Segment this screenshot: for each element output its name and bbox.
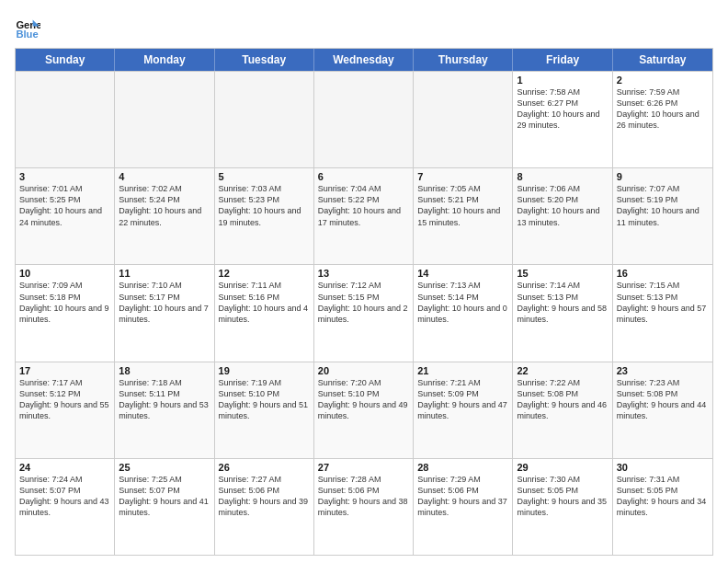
day-info: Sunrise: 7:25 AMSunset: 5:07 PMDaylight:… xyxy=(119,474,210,519)
day-number: 8 xyxy=(517,171,608,182)
day-cell-23: 23Sunrise: 7:23 AMSunset: 5:08 PMDayligh… xyxy=(613,362,712,458)
day-number: 11 xyxy=(119,268,210,279)
day-info: Sunrise: 7:58 AMSunset: 6:27 PMDaylight:… xyxy=(517,86,608,132)
day-number: 12 xyxy=(219,268,310,279)
day-info: Sunrise: 7:07 AMSunset: 5:19 PMDaylight:… xyxy=(617,183,709,228)
empty-cell-0-0 xyxy=(16,72,115,167)
day-number: 5 xyxy=(219,171,310,182)
day-number: 27 xyxy=(318,462,409,473)
day-number: 21 xyxy=(417,365,508,376)
day-of-week-wednesday: Wednesday xyxy=(314,49,414,71)
day-cell-7: 7Sunrise: 7:05 AMSunset: 5:21 PMDaylight… xyxy=(414,168,513,264)
day-cell-2: 2Sunrise: 7:59 AMSunset: 6:26 PMDaylight… xyxy=(613,72,712,167)
day-info: Sunrise: 7:06 AMSunset: 5:20 PMDaylight:… xyxy=(517,183,608,228)
day-of-week-sunday: Sunday xyxy=(16,49,115,71)
day-cell-27: 27Sunrise: 7:28 AMSunset: 5:06 PMDayligh… xyxy=(314,459,414,555)
day-info: Sunrise: 7:29 AMSunset: 5:06 PMDaylight:… xyxy=(417,474,508,519)
day-cell-20: 20Sunrise: 7:20 AMSunset: 5:10 PMDayligh… xyxy=(314,362,414,458)
day-info: Sunrise: 7:03 AMSunset: 5:23 PMDaylight:… xyxy=(219,183,310,228)
header: General Blue xyxy=(15,15,713,40)
day-number: 29 xyxy=(517,462,608,473)
day-info: Sunrise: 7:28 AMSunset: 5:06 PMDaylight:… xyxy=(318,474,409,519)
day-number: 6 xyxy=(318,171,409,182)
day-cell-1: 1Sunrise: 7:58 AMSunset: 6:27 PMDaylight… xyxy=(513,72,612,167)
empty-cell-0-2 xyxy=(215,72,314,167)
calendar-body: 1Sunrise: 7:58 AMSunset: 6:27 PMDaylight… xyxy=(16,71,712,555)
day-number: 20 xyxy=(318,365,409,376)
day-cell-19: 19Sunrise: 7:19 AMSunset: 5:10 PMDayligh… xyxy=(215,362,314,458)
day-of-week-tuesday: Tuesday xyxy=(215,49,314,71)
day-info: Sunrise: 7:21 AMSunset: 5:09 PMDaylight:… xyxy=(417,377,508,422)
day-cell-5: 5Sunrise: 7:03 AMSunset: 5:23 PMDaylight… xyxy=(215,168,314,264)
day-cell-22: 22Sunrise: 7:22 AMSunset: 5:08 PMDayligh… xyxy=(513,362,612,458)
day-info: Sunrise: 7:22 AMSunset: 5:08 PMDaylight:… xyxy=(517,377,608,422)
day-info: Sunrise: 7:10 AMSunset: 5:17 PMDaylight:… xyxy=(119,280,210,325)
day-number: 1 xyxy=(517,75,608,86)
day-cell-21: 21Sunrise: 7:21 AMSunset: 5:09 PMDayligh… xyxy=(414,362,513,458)
day-cell-15: 15Sunrise: 7:14 AMSunset: 5:13 PMDayligh… xyxy=(513,265,612,361)
day-number: 7 xyxy=(417,171,508,182)
day-info: Sunrise: 7:15 AMSunset: 5:13 PMDaylight:… xyxy=(617,280,709,325)
day-number: 22 xyxy=(517,365,608,376)
day-info: Sunrise: 7:59 AMSunset: 6:26 PMDaylight:… xyxy=(617,86,709,132)
day-cell-17: 17Sunrise: 7:17 AMSunset: 5:12 PMDayligh… xyxy=(16,362,115,458)
day-cell-14: 14Sunrise: 7:13 AMSunset: 5:14 PMDayligh… xyxy=(414,265,513,361)
day-cell-13: 13Sunrise: 7:12 AMSunset: 5:15 PMDayligh… xyxy=(314,265,414,361)
day-cell-11: 11Sunrise: 7:10 AMSunset: 5:17 PMDayligh… xyxy=(115,265,214,361)
day-info: Sunrise: 7:20 AMSunset: 5:10 PMDaylight:… xyxy=(318,377,409,422)
day-number: 9 xyxy=(617,171,709,182)
day-cell-4: 4Sunrise: 7:02 AMSunset: 5:24 PMDaylight… xyxy=(115,168,214,264)
day-number: 23 xyxy=(617,365,709,376)
cal-row-4: 24Sunrise: 7:24 AMSunset: 5:07 PMDayligh… xyxy=(16,458,712,555)
page: General Blue SundayMondayTuesdayWednesda… xyxy=(0,0,728,563)
day-number: 28 xyxy=(417,462,508,473)
day-number: 24 xyxy=(19,462,110,473)
cal-row-1: 3Sunrise: 7:01 AMSunset: 5:25 PMDaylight… xyxy=(16,167,712,264)
calendar-header: SundayMondayTuesdayWednesdayThursdayFrid… xyxy=(16,49,712,71)
day-info: Sunrise: 7:11 AMSunset: 5:16 PMDaylight:… xyxy=(219,280,310,325)
day-info: Sunrise: 7:17 AMSunset: 5:12 PMDaylight:… xyxy=(19,377,110,422)
day-cell-25: 25Sunrise: 7:25 AMSunset: 5:07 PMDayligh… xyxy=(115,459,214,555)
empty-cell-0-1 xyxy=(115,72,214,167)
day-number: 18 xyxy=(119,365,210,376)
day-cell-3: 3Sunrise: 7:01 AMSunset: 5:25 PMDaylight… xyxy=(16,168,115,264)
day-cell-10: 10Sunrise: 7:09 AMSunset: 5:18 PMDayligh… xyxy=(16,265,115,361)
day-number: 13 xyxy=(318,268,409,279)
day-number: 3 xyxy=(19,171,110,182)
day-info: Sunrise: 7:05 AMSunset: 5:21 PMDaylight:… xyxy=(417,183,508,228)
svg-text:Blue: Blue xyxy=(16,29,38,40)
empty-cell-0-3 xyxy=(314,72,414,167)
day-number: 14 xyxy=(417,268,508,279)
day-cell-12: 12Sunrise: 7:11 AMSunset: 5:16 PMDayligh… xyxy=(215,265,314,361)
day-info: Sunrise: 7:09 AMSunset: 5:18 PMDaylight:… xyxy=(19,280,110,325)
day-info: Sunrise: 7:04 AMSunset: 5:22 PMDaylight:… xyxy=(318,183,409,228)
day-info: Sunrise: 7:13 AMSunset: 5:14 PMDaylight:… xyxy=(417,280,508,325)
day-of-week-saturday: Saturday xyxy=(613,49,712,71)
day-cell-8: 8Sunrise: 7:06 AMSunset: 5:20 PMDaylight… xyxy=(513,168,612,264)
day-info: Sunrise: 7:14 AMSunset: 5:13 PMDaylight:… xyxy=(517,280,608,325)
day-info: Sunrise: 7:31 AMSunset: 5:05 PMDaylight:… xyxy=(617,474,709,519)
day-cell-28: 28Sunrise: 7:29 AMSunset: 5:06 PMDayligh… xyxy=(414,459,513,555)
empty-cell-0-4 xyxy=(414,72,513,167)
day-cell-29: 29Sunrise: 7:30 AMSunset: 5:05 PMDayligh… xyxy=(513,459,612,555)
logo-icon: General Blue xyxy=(15,15,40,40)
calendar: SundayMondayTuesdayWednesdayThursdayFrid… xyxy=(15,48,713,556)
cal-row-2: 10Sunrise: 7:09 AMSunset: 5:18 PMDayligh… xyxy=(16,264,712,361)
day-info: Sunrise: 7:24 AMSunset: 5:07 PMDaylight:… xyxy=(19,474,110,519)
cal-row-3: 17Sunrise: 7:17 AMSunset: 5:12 PMDayligh… xyxy=(16,362,712,458)
day-number: 10 xyxy=(19,268,110,279)
day-number: 17 xyxy=(19,365,110,376)
day-cell-24: 24Sunrise: 7:24 AMSunset: 5:07 PMDayligh… xyxy=(16,459,115,555)
day-cell-9: 9Sunrise: 7:07 AMSunset: 5:19 PMDaylight… xyxy=(613,168,712,264)
day-of-week-friday: Friday xyxy=(513,49,612,71)
day-info: Sunrise: 7:23 AMSunset: 5:08 PMDaylight:… xyxy=(617,377,709,422)
day-cell-18: 18Sunrise: 7:18 AMSunset: 5:11 PMDayligh… xyxy=(115,362,214,458)
day-number: 2 xyxy=(617,75,709,86)
day-number: 30 xyxy=(617,462,709,473)
day-number: 15 xyxy=(517,268,608,279)
day-number: 16 xyxy=(617,268,709,279)
day-of-week-thursday: Thursday xyxy=(414,49,513,71)
day-number: 26 xyxy=(219,462,310,473)
day-info: Sunrise: 7:18 AMSunset: 5:11 PMDaylight:… xyxy=(119,377,210,422)
day-number: 4 xyxy=(119,171,210,182)
